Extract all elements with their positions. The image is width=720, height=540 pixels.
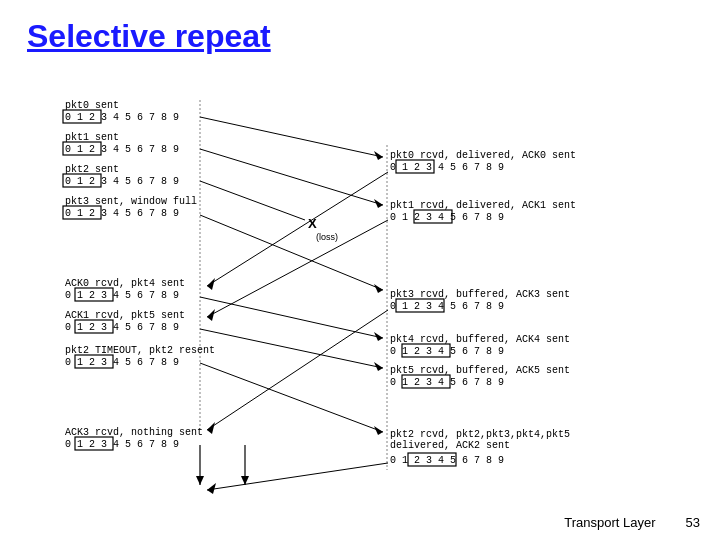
page-title: Selective repeat: [27, 18, 271, 55]
left-label-1: pkt1 sent: [65, 132, 119, 143]
loss-x: X: [308, 216, 317, 231]
right-window-0-text: 0 1 2 3 4 5 6 7 8 9: [390, 162, 504, 173]
left-window-6-text: 0 1 2 3 4 5 6 7 8 9: [65, 357, 179, 368]
left-label-0: pkt0 sent: [65, 100, 119, 111]
left-label-7: ACK3 rcvd, nothing sent: [65, 427, 203, 438]
loss-label: (loss): [316, 232, 338, 242]
right-window-1-text: 0 1 2 3 4 5 6 7 8 9: [390, 212, 504, 223]
arrow-pkt4: [200, 297, 383, 338]
left-window-5-text: 0 1 2 3 4 5 6 7 8 9: [65, 322, 179, 333]
left-window-1-text: 0 1 2 3 4 5 6 7 8 9: [65, 144, 179, 155]
left-label-5: ACK1 rcvd, pkt5 sent: [65, 310, 185, 321]
arrow-pkt0: [200, 117, 383, 157]
arrow-ack1-head: [207, 309, 215, 321]
arrow-down-left-head: [196, 476, 204, 485]
arrow-pkt2-loss: [200, 181, 305, 220]
right-label-3: pkt3 rcvd, buffered, ACK3 sent: [390, 289, 570, 300]
arrow-ack2: [207, 463, 388, 490]
arrow-pkt2-resent: [200, 363, 383, 432]
left-window-3-text: 0 1 2 3 4 5 6 7 8 9: [65, 208, 179, 219]
arrow-pkt3: [200, 215, 383, 290]
arrow-ack3: [207, 310, 388, 430]
arrow-ack3-head: [207, 422, 215, 434]
diagram-area: pkt0 sent 0 1 2 3 4 5 6 7 8 9 pkt1 sent …: [0, 90, 720, 520]
right-label-4: pkt4 rcvd, buffered, ACK4 sent: [390, 334, 570, 345]
left-label-2: pkt2 sent: [65, 164, 119, 175]
footer-section: Transport Layer: [564, 515, 655, 530]
footer: Transport Layer 53: [564, 515, 700, 530]
left-window-2-text: 0 1 2 3 4 5 6 7 8 9: [65, 176, 179, 187]
footer-page: 53: [686, 515, 700, 530]
arrow-pkt2-resent-head: [374, 426, 383, 435]
right-label-5: pkt5 rcvd, buffered, ACK5 sent: [390, 365, 570, 376]
right-label-6b: delivered, ACK2 sent: [390, 440, 510, 451]
right-label-6a: pkt2 rcvd, pkt2,pkt3,pkt4,pkt5: [390, 429, 570, 440]
arrow-pkt1-head: [374, 199, 383, 208]
left-label-4: ACK0 rcvd, pkt4 sent: [65, 278, 185, 289]
right-window-5-text: 0 1 2 3 4 5 6 7 8 9: [390, 377, 504, 388]
right-window-6-text: 0 1 2 3 4 5 6 7 8 9: [390, 455, 504, 466]
left-label-3: pkt3 sent, window full: [65, 196, 197, 207]
left-window-0-text: 0 1 2 3 4 5 6 7 8 9: [65, 112, 179, 123]
arrow-pkt5: [200, 329, 383, 368]
right-window-4-text: 0 1 2 3 4 5 6 7 8 9: [390, 346, 504, 357]
left-label-6: pkt2 TIMEOUT, pkt2 resent: [65, 345, 215, 356]
arrow-ack0-head: [207, 278, 215, 290]
left-window-7-text: 0 1 2 3 4 5 6 7 8 9: [65, 439, 179, 450]
right-window-3-text: 0 1 2 3 4 5 6 7 8 9: [390, 301, 504, 312]
left-window-4-text: 0 1 2 3 4 5 6 7 8 9: [65, 290, 179, 301]
arrow-pkt3-head: [374, 284, 383, 293]
right-label-0: pkt0 rcvd, delivered, ACK0 sent: [390, 150, 576, 161]
right-label-1: pkt1 rcvd, delivered, ACK1 sent: [390, 200, 576, 211]
arrow-pkt1: [200, 149, 383, 205]
diagram-svg: pkt0 sent 0 1 2 3 4 5 6 7 8 9 pkt1 sent …: [0, 90, 720, 520]
